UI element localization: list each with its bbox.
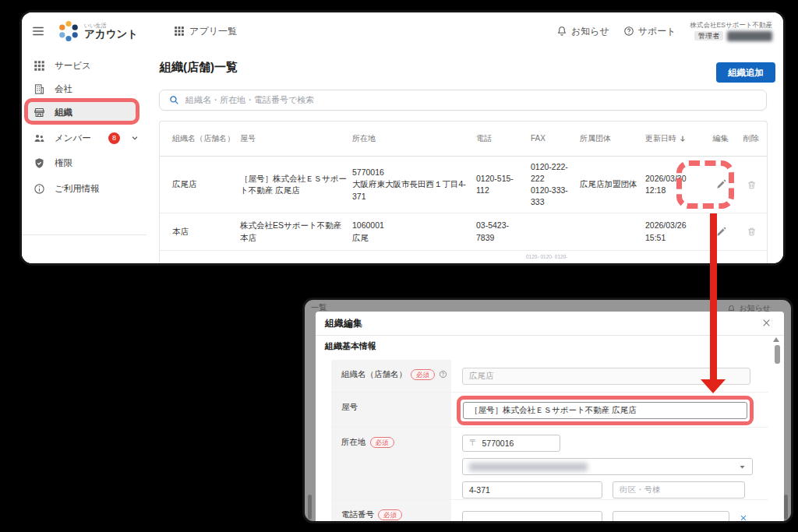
notifications-button[interactable]: お知らせ — [556, 25, 609, 38]
app-logo[interactable]: いい生活 アカウント — [58, 20, 138, 42]
store-icon — [34, 107, 45, 118]
annotation-arrow-head — [701, 379, 726, 393]
phone-input-2[interactable] — [613, 511, 729, 523]
shield-check-icon — [34, 157, 45, 169]
modal-section-title: 組織基本情報 — [325, 340, 376, 352]
phone-input-1[interactable] — [462, 511, 602, 523]
sidebar-label: ご利用情報 — [55, 183, 100, 195]
help-circle-icon[interactable] — [439, 370, 447, 379]
sidebar-item-services[interactable]: サービス — [22, 55, 147, 76]
cell-tel: 03-5423-7839 — [476, 220, 531, 243]
sidebar-item-members[interactable]: メンバー 8 — [22, 128, 147, 148]
caret-down-icon — [739, 463, 746, 470]
app-list-button[interactable]: アプリ一覧 — [174, 25, 237, 38]
sidebar-label: 組織 — [55, 107, 72, 118]
address-redacted — [469, 463, 588, 471]
sort-desc-icon[interactable] — [679, 135, 687, 143]
info-circle-icon — [34, 183, 45, 195]
sidebar-label: 会社 — [55, 83, 72, 95]
logo-title: アカウント — [84, 29, 138, 40]
support-button[interactable]: サポート — [623, 25, 676, 38]
sidebar-item-organization[interactable]: 組織 — [22, 102, 147, 122]
col-header-tel: 電話 — [476, 133, 531, 145]
sidebar-label: サービス — [55, 60, 91, 72]
grid-icon — [34, 60, 45, 72]
building-input[interactable]: 街区・号棟 — [613, 481, 745, 499]
logo-ring-icon — [58, 20, 79, 42]
company-name: 株式会社ESサポート不動産 — [690, 21, 772, 29]
building-icon — [34, 83, 45, 95]
cell-fax: 0120-222-222 0120-333-333 — [531, 161, 580, 209]
scrollbar-up-arrow[interactable] — [773, 337, 779, 342]
backdrop-scrollbar-right — [784, 495, 788, 520]
modal-title: 組織編集 — [325, 317, 362, 330]
trade-name-input[interactable]: ［屋号］株式会社ＥＳサポート不動産 広尾店 — [463, 402, 747, 419]
col-header-delete: 削除 — [736, 133, 767, 145]
annotation-arrow-line — [710, 213, 717, 380]
col-header-fax: FAX — [531, 133, 580, 145]
address-select[interactable] — [462, 458, 753, 475]
modal-scrollbar[interactable] — [775, 345, 780, 364]
sidebar-item-company[interactable]: 会社 — [22, 79, 147, 99]
sidebar-item-permissions[interactable]: 権限 — [22, 153, 147, 173]
phone-label: 電話番号 — [341, 509, 374, 520]
clipped-row-fragment: 0120- 0120- 0120- — [526, 254, 568, 259]
block-number-input[interactable]: 4-371 — [462, 481, 602, 499]
apps-grid-icon — [174, 26, 185, 37]
account-info[interactable]: 株式会社ESサポート不動産 管理者 — [690, 21, 772, 41]
hamburger-menu-icon[interactable] — [31, 24, 45, 38]
sidebar-label: メンバー — [55, 132, 91, 144]
col-header-group: 所属団体 — [580, 133, 645, 145]
cell-name: 広尾店 — [160, 178, 240, 190]
address-label: 所在地 — [341, 437, 366, 448]
building-placeholder: 街区・号棟 — [620, 484, 661, 495]
search-placeholder: 組織名・所在地・電話番号で検索 — [185, 94, 314, 106]
form-row-phone: 電話番号 必須 — [331, 500, 768, 523]
postal-mark: 〒 — [469, 438, 478, 449]
col-header-trade: 屋号 — [240, 133, 352, 145]
sidebar-divider — [22, 234, 147, 235]
col-header-address: 所在地 — [352, 133, 476, 145]
notifications-label: お知らせ — [571, 25, 609, 38]
trade-name-highlight-box: ［屋号］株式会社ＥＳサポート不動産 広尾店 — [457, 396, 754, 425]
search-input[interactable]: 組織名・所在地・電話番号で検索 — [159, 90, 767, 111]
table-header-row: 組織名（店舗名） 屋号 所在地 電話 FAX 所属団体 更新日時 編集 削除 — [160, 122, 767, 157]
cell-group: 広尾店加盟団体 — [580, 178, 645, 190]
cell-address: 1060001 広尾 — [352, 220, 476, 243]
search-icon — [169, 95, 179, 105]
support-label: サポート — [638, 25, 676, 38]
bell-icon — [556, 26, 567, 37]
table-row-clipped: 0120- 0120- 0120- — [160, 251, 767, 263]
help-circle-icon — [623, 26, 634, 37]
trade-name-label: 屋号 — [341, 402, 358, 413]
col-header-edit: 編集 — [705, 133, 736, 145]
chevron-down-icon[interactable] — [131, 134, 139, 142]
org-edit-window: 一覧 お知らせ 組織編集 組織基本情報 組織名（店舗名） 必須 — [302, 298, 793, 523]
form-row-trade-name: 屋号 ［屋号］株式会社ＥＳサポート不動産 広尾店 — [331, 393, 768, 428]
cell-updated: 2026/03/26 15:51 — [645, 220, 705, 243]
cell-trade: 株式会社ESサポート不動産 本店 — [240, 220, 352, 243]
cell-name: 本店 — [160, 226, 240, 238]
close-icon[interactable] — [761, 318, 772, 328]
sidebar-label: 権限 — [55, 157, 72, 169]
user-name-redacted — [727, 31, 772, 41]
required-badge: 必須 — [411, 369, 435, 380]
role-badge: 管理者 — [694, 31, 723, 41]
member-count-badge: 8 — [108, 132, 120, 144]
remove-phone-icon[interactable] — [740, 514, 747, 522]
edit-highlight-dashed-box — [676, 160, 734, 209]
delete-button[interactable] — [736, 180, 767, 190]
delete-button[interactable] — [736, 227, 767, 237]
table-row: 本店 株式会社ESサポート不動産 本店 1060001 広尾 03-5423-7… — [160, 213, 767, 251]
sidebar-item-usage-info[interactable]: ご利用情報 — [22, 178, 147, 199]
cell-trade: ［屋号］株式会社ＥＳサポート不動産 広尾店 — [240, 173, 352, 196]
page-title: 組織(店舗)一覧 — [160, 60, 238, 75]
sidebar: サービス 会社 組織 メンバー 8 権限 ご利用情報 — [22, 50, 147, 263]
cell-tel: 0120-515-112 — [476, 173, 531, 196]
col-header-updated[interactable]: 更新日時 — [645, 133, 705, 145]
app-header: いい生活 アカウント アプリ一覧 お知らせ サポート — [22, 12, 783, 51]
backdrop-scrollbar-left — [308, 495, 312, 520]
cell-address: 5770016 大阪府東大阪市長田西１丁目4-371 — [352, 167, 476, 203]
add-organization-button[interactable]: 組織追加 — [716, 62, 775, 83]
postal-code-input[interactable]: 〒 5770016 — [462, 435, 560, 452]
